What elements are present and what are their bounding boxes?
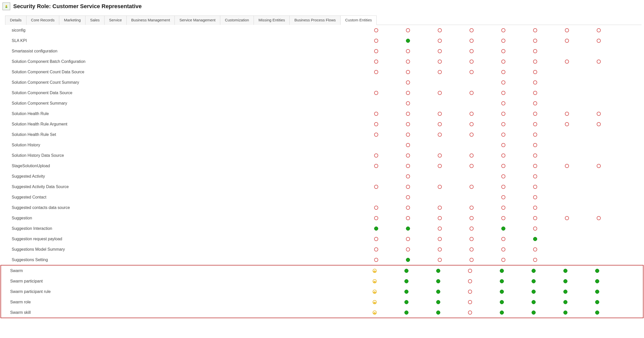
privilege-cell[interactable] [551,60,583,64]
privilege-cell[interactable] [424,164,456,168]
privilege-cell[interactable] [519,216,551,220]
privilege-cell[interactable] [519,258,551,262]
privilege-cell[interactable] [456,91,487,95]
tab-customization[interactable]: Customization [220,16,254,25]
privilege-cell[interactable] [392,185,424,189]
privilege-cell[interactable] [487,153,519,158]
privilege-cell[interactable] [519,49,551,53]
privilege-cell[interactable] [424,227,456,231]
privilege-cell[interactable] [487,28,519,32]
privilege-cell[interactable] [551,143,583,147]
privilege-cell[interactable] [424,195,456,199]
privilege-cell[interactable] [390,290,422,294]
privilege-cell[interactable] [424,60,456,64]
privilege-cell[interactable] [392,60,424,64]
privilege-cell[interactable] [518,279,549,283]
privilege-cell[interactable] [583,164,614,168]
privilege-cell[interactable] [360,164,392,168]
privilege-cell[interactable] [487,227,519,231]
privilege-cell[interactable] [487,39,519,43]
privilege-cell[interactable] [424,143,456,147]
privilege-cell[interactable] [583,101,614,105]
privilege-cell[interactable] [360,258,392,262]
privilege-cell[interactable] [519,70,551,74]
privilege-cell[interactable] [518,311,549,315]
privilege-cell[interactable] [581,290,613,294]
privilege-cell[interactable] [392,133,424,137]
privilege-cell[interactable] [551,91,583,95]
privilege-cell[interactable] [454,269,486,273]
privilege-cell[interactable] [392,143,424,147]
privilege-cell[interactable] [360,80,392,84]
privilege-cell[interactable] [583,247,614,251]
tab-business-process-flows[interactable]: Business Process Flows [289,16,341,25]
privilege-cell[interactable] [583,227,614,231]
privilege-cell[interactable] [486,311,518,315]
privilege-cell[interactable] [456,153,487,158]
privilege-cell[interactable] [360,216,392,220]
privilege-cell[interactable] [456,133,487,137]
privilege-cell[interactable] [456,195,487,199]
privilege-cell[interactable] [360,133,392,137]
privilege-cell[interactable] [360,70,392,74]
privilege-cell[interactable] [456,101,487,105]
privilege-cell[interactable] [454,290,486,294]
privilege-cell[interactable] [487,185,519,189]
privilege-cell[interactable] [392,28,424,32]
privilege-cell[interactable] [424,112,456,116]
privilege-cell[interactable] [583,216,614,220]
privilege-cell[interactable] [519,122,551,126]
privilege-cell[interactable] [422,290,454,294]
privilege-cell[interactable] [551,153,583,158]
privilege-cell[interactable] [360,101,392,105]
privilege-cell[interactable] [487,195,519,199]
privilege-cell[interactable] [456,80,487,84]
privilege-cell[interactable] [360,122,392,126]
privilege-cell[interactable] [456,227,487,231]
privilege-cell[interactable] [390,300,422,304]
privilege-cell[interactable] [551,164,583,168]
privilege-cell[interactable] [487,174,519,178]
privilege-cell[interactable] [392,91,424,95]
privilege-cell[interactable] [583,195,614,199]
privilege-cell[interactable] [360,60,392,64]
privilege-cell[interactable] [551,258,583,262]
privilege-cell[interactable] [392,237,424,241]
privilege-cell[interactable] [360,143,392,147]
privilege-cell[interactable] [424,247,456,251]
privilege-cell[interactable] [360,153,392,158]
privilege-cell[interactable] [359,300,390,304]
privilege-cell[interactable] [454,279,486,283]
privilege-cell[interactable] [518,300,549,304]
privilege-cell[interactable] [487,206,519,210]
privilege-cell[interactable] [519,80,551,84]
privilege-cell[interactable] [583,122,614,126]
privilege-cell[interactable] [583,153,614,158]
privilege-cell[interactable] [392,195,424,199]
privilege-cell[interactable] [422,279,454,283]
privilege-cell[interactable] [487,60,519,64]
privilege-cell[interactable] [359,279,390,283]
privilege-cell[interactable] [583,49,614,53]
privilege-cell[interactable] [551,195,583,199]
privilege-cell[interactable] [551,133,583,137]
privilege-cell[interactable] [551,185,583,189]
privilege-cell[interactable] [456,258,487,262]
privilege-cell[interactable] [359,269,390,273]
privilege-cell[interactable] [392,227,424,231]
privilege-cell[interactable] [519,101,551,105]
privilege-cell[interactable] [424,101,456,105]
privilege-cell[interactable] [583,133,614,137]
privilege-cell[interactable] [519,174,551,178]
privilege-cell[interactable] [456,247,487,251]
privilege-cell[interactable] [583,206,614,210]
privilege-cell[interactable] [392,80,424,84]
privilege-cell[interactable] [583,70,614,74]
privilege-cell[interactable] [583,91,614,95]
privilege-cell[interactable] [551,247,583,251]
privilege-cell[interactable] [551,112,583,116]
privilege-cell[interactable] [392,258,424,262]
privilege-cell[interactable] [487,70,519,74]
privilege-cell[interactable] [551,206,583,210]
privilege-cell[interactable] [424,122,456,126]
